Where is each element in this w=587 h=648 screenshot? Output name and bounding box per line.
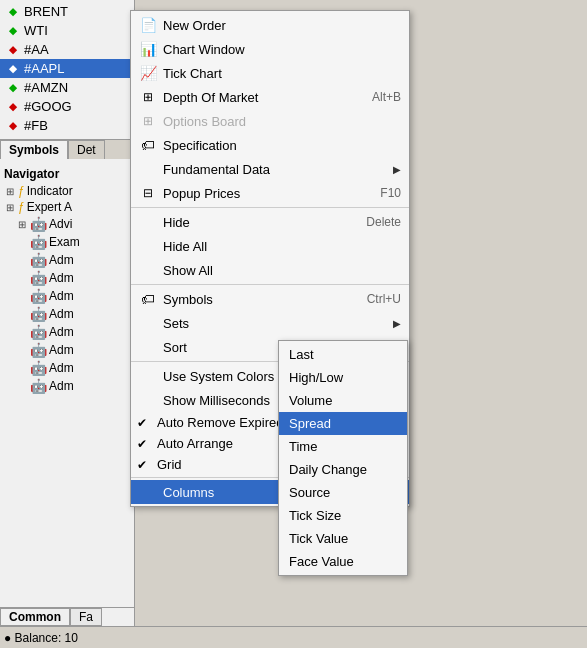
menu-item-depth-of-market[interactable]: ⊞ Depth Of Market Alt+B <box>131 85 409 109</box>
show-ms-icon <box>137 391 159 409</box>
submenu-item-face-value[interactable]: Face Value <box>279 550 407 573</box>
nav-label-adm1: Adm <box>49 253 74 267</box>
nav-item-indicator[interactable]: ⊞ ƒ Indicator <box>4 183 130 199</box>
robot-icon-adm1: 🤖 <box>30 252 47 268</box>
menu-item-options-board: ⊞ Options Board <box>131 109 409 133</box>
nav-item-exam[interactable]: 🤖 Exam <box>16 233 130 251</box>
submenu-label-last: Last <box>289 347 314 362</box>
nav-item-adm7[interactable]: 🤖 Adm <box>28 359 130 377</box>
nav-item-adm5[interactable]: 🤖 Adm <box>28 323 130 341</box>
sort-icon <box>137 338 159 356</box>
tab-common[interactable]: Common <box>0 608 70 626</box>
specification-icon: 🏷 <box>137 136 159 154</box>
robot-icon-exam: 🤖 <box>30 234 47 250</box>
nav-item-advi[interactable]: ⊞ 🤖 Advi <box>16 215 130 233</box>
robot-icon-adm8: 🤖 <box>30 378 47 394</box>
options-board-icon: ⊞ <box>137 112 159 130</box>
new-order-icon: 📄 <box>137 16 159 34</box>
symbol-item-brent[interactable]: ◆ BRENT <box>0 2 134 21</box>
symbol-icon-wti: ◆ <box>6 24 20 38</box>
symbol-item-aapl[interactable]: ◆ #AAPL <box>0 59 134 78</box>
menu-label-tick-chart: Tick Chart <box>163 66 401 81</box>
submenu-label-time: Time <box>289 439 317 454</box>
use-system-colors-icon <box>137 367 159 385</box>
nav-item-adm1[interactable]: 🤖 Adm <box>28 251 130 269</box>
shortcut-symbols: Ctrl+U <box>367 292 401 306</box>
submenu-label-tick-size: Tick Size <box>289 508 341 523</box>
submenu-item-daily-change[interactable]: Daily Change <box>279 458 407 481</box>
sets-icon <box>137 314 159 332</box>
menu-item-show-all[interactable]: Show All <box>131 258 409 282</box>
symbol-item-goog[interactable]: ◆ #GOOG <box>0 97 134 116</box>
nav-label-indicator: Indicator <box>27 184 73 198</box>
menu-item-popup-prices[interactable]: ⊟ Popup Prices F10 <box>131 181 409 205</box>
hide-icon <box>137 213 159 231</box>
robot-icon-adm7: 🤖 <box>30 360 47 376</box>
menu-label-chart-window: Chart Window <box>163 42 401 57</box>
robot-icon-adm4: 🤖 <box>30 306 47 322</box>
left-panel: ◆ BRENT ◆ WTI ◆ #AA ◆ #AAPL ◆ #AMZN ◆ #G… <box>0 0 135 648</box>
nav-label-adm3: Adm <box>49 289 74 303</box>
submenu-label-face-value: Face Value <box>289 554 354 569</box>
symbol-icon-amzn: ◆ <box>6 81 20 95</box>
tab-detail[interactable]: Det <box>68 140 105 159</box>
nav-label-advi: Advi <box>49 217 72 231</box>
columns-icon <box>137 483 159 501</box>
robot-icon-advi: 🤖 <box>30 216 47 232</box>
symbol-icon-aapl: ◆ <box>6 62 20 76</box>
folder-icon-expert: ƒ <box>18 200 25 214</box>
nav-item-adm4[interactable]: 🤖 Adm <box>28 305 130 323</box>
submenu-item-source[interactable]: Source <box>279 481 407 504</box>
menu-item-specification[interactable]: 🏷 Specification <box>131 133 409 157</box>
nav-item-adm3[interactable]: 🤖 Adm <box>28 287 130 305</box>
symbol-icon-aa: ◆ <box>6 43 20 57</box>
symbol-item-amzn[interactable]: ◆ #AMZN <box>0 78 134 97</box>
submenu-item-last[interactable]: Last <box>279 343 407 366</box>
menu-label-hide: Hide <box>163 215 346 230</box>
nav-item-adm6[interactable]: 🤖 Adm <box>28 341 130 359</box>
symbol-icon-brent: ◆ <box>6 5 20 19</box>
submenu-item-volume[interactable]: Volume <box>279 389 407 412</box>
nav-label-expert: Expert A <box>27 200 72 214</box>
submenu-label-volume: Volume <box>289 393 332 408</box>
menu-item-hide-all[interactable]: Hide All <box>131 234 409 258</box>
fundamental-data-icon <box>137 160 159 178</box>
separator-2 <box>131 284 409 285</box>
submenu-item-tick-size[interactable]: Tick Size <box>279 504 407 527</box>
symbol-item-fb[interactable]: ◆ #FB <box>0 116 134 135</box>
menu-item-symbols[interactable]: 🏷 Symbols Ctrl+U <box>131 287 409 311</box>
depth-icon: ⊞ <box>137 88 159 106</box>
submenu-label-high-low: High/Low <box>289 370 343 385</box>
robot-icon-adm6: 🤖 <box>30 342 47 358</box>
check-auto-remove: ✔ <box>137 416 153 430</box>
menu-label-new-order: New Order <box>163 18 401 33</box>
folder-icon-indicator: ƒ <box>18 184 25 198</box>
symbol-name-wti: WTI <box>24 23 48 38</box>
tab-fa[interactable]: Fa <box>70 608 102 626</box>
nav-item-adm8[interactable]: 🤖 Adm <box>28 377 130 395</box>
submenu-item-high-low[interactable]: High/Low <box>279 366 407 389</box>
tab-symbols[interactable]: Symbols <box>0 140 68 159</box>
submenu-item-tick-value[interactable]: Tick Value <box>279 527 407 550</box>
expand-icon-advi: ⊞ <box>18 219 30 230</box>
symbol-tabs: Symbols Det <box>0 139 134 159</box>
navigator-title: Navigator <box>4 165 130 183</box>
balance-label: ● Balance: 10 <box>4 631 78 645</box>
menu-item-sets[interactable]: Sets ▶ <box>131 311 409 335</box>
menu-item-new-order[interactable]: 📄 New Order <box>131 13 409 37</box>
menu-label-hide-all: Hide All <box>163 239 401 254</box>
submenu-item-time[interactable]: Time <box>279 435 407 458</box>
submenu-item-spread[interactable]: Spread <box>279 412 407 435</box>
menu-item-tick-chart[interactable]: 📈 Tick Chart <box>131 61 409 85</box>
symbol-item-wti[interactable]: ◆ WTI <box>0 21 134 40</box>
menu-item-hide[interactable]: Hide Delete <box>131 210 409 234</box>
nav-item-expert-a[interactable]: ⊞ ƒ Expert A <box>4 199 130 215</box>
robot-icon-adm5: 🤖 <box>30 324 47 340</box>
menu-item-fundamental-data[interactable]: Fundamental Data ▶ <box>131 157 409 181</box>
nav-item-adm2[interactable]: 🤖 Adm <box>28 269 130 287</box>
check-grid: ✔ <box>137 458 153 472</box>
symbol-item-aa[interactable]: ◆ #AA <box>0 40 134 59</box>
symbol-icon-goog: ◆ <box>6 100 20 114</box>
nav-label-adm5: Adm <box>49 325 74 339</box>
menu-item-chart-window[interactable]: 📊 Chart Window <box>131 37 409 61</box>
